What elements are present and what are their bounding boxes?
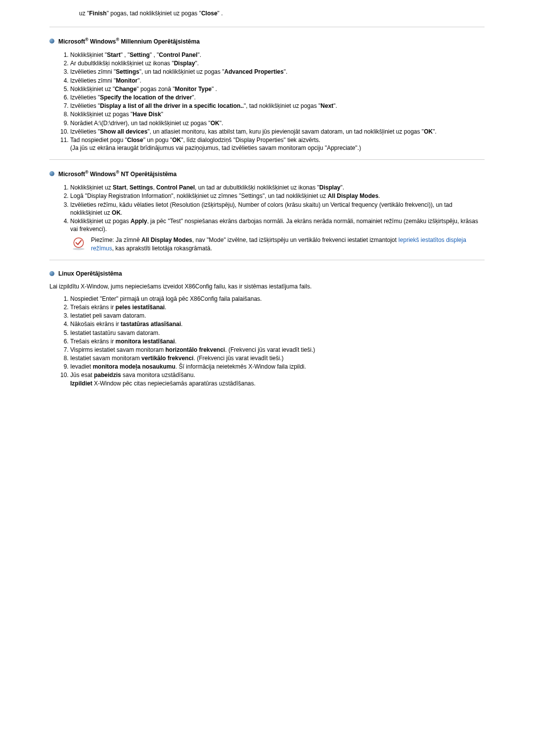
list-item: Iestatiet savam monitoram vertikālo frek… [70,354,485,362]
list-item: Trešais ekrāns ir peles iestatīšanai. [70,303,485,311]
list-item: Izvēlieties "Display a list of all the d… [70,102,485,110]
bullet-icon [49,271,54,276]
list-item: Norādiet A:\(D:\driver), un tad noklikšķ… [70,119,485,127]
bullet-icon [49,39,54,44]
list-item: Noklikšķiniet uz pogas Apply, ja pēc "Te… [70,217,485,233]
bullet-icon [49,171,54,176]
section-title: Microsoft® Windows® NT Operētājsistēma [58,170,177,178]
list-item: Tad nospiediet pogu "Close" un pogu "OK"… [70,136,485,152]
list-item: Noklikšķiniet uz "Change" pogas zonā "Mo… [70,85,485,93]
divider [49,27,485,27]
section-header-linux: Linux Operētājsistēma [49,270,485,277]
section-header-nt: Microsoft® Windows® NT Operētājsistēma [49,170,485,178]
list-item: Iestatiet tastatūru savam datoram. [70,329,485,337]
nt-list: Noklikšķiniet uz Start, Settings, Contro… [59,184,485,233]
divider [49,260,485,260]
section-title: Linux Operētājsistēma [58,270,122,277]
list-item: Izvēlieties "Show all devices", un atlas… [70,128,485,136]
list-item: Ar dubultklikšķi noklikšķiniet uz ikonas… [70,59,485,67]
check-note-icon [71,236,86,251]
list-item: Nospiediet "Enter" pirmajā un otrajā log… [70,295,485,303]
note-block: Piezīme: Ja zīmnē All Display Modes, nav… [71,236,485,252]
svg-point-0 [73,248,85,250]
list-item: Nākošais ekrāns ir tastatūras atlasīšana… [70,320,485,328]
section-title: Microsoft® Windows® Millennium Operētājs… [58,37,200,45]
section-header-millennium: Microsoft® Windows® Millennium Operētājs… [49,37,485,45]
list-item: Izvēlieties "Specify the location of the… [70,94,485,101]
list-item: Jūs esat pabeidzis sava monitora uzstādī… [70,371,485,387]
list-item: Logā "Display Registration Information",… [70,192,485,200]
note-text: Piezīme: Ja zīmnē All Display Modes, nav… [91,236,485,252]
list-item: Trešais ekrāns ir monitora iestatīšanai. [70,337,485,345]
list-item: Noklikšķiniet "Start" , "Setting" , "Con… [70,51,485,59]
millennium-list: Noklikšķiniet "Start" , "Setting" , "Con… [59,51,485,152]
linux-intro-paragraph: Lai izpildītu X-Window, jums nepieciešam… [49,283,485,290]
list-item: Izvēlieties režīmu, kādu vēlaties lietot… [70,201,485,217]
list-item: Noklikšķiniet uz Start, Settings, Contro… [70,184,485,191]
svg-point-1 [74,238,84,248]
list-item: Noklikšķiniet uz pogas "Have Disk" [70,110,485,118]
linux-list: Nospiediet "Enter" pirmajā un otrajā log… [59,295,485,387]
list-item: Iestatiet peli savam datoram. [70,312,485,320]
intro-text: uz "Finish" pogas, tad noklikšķiniet uz … [79,10,485,17]
list-item: Izvēlieties zīmni "Monitor". [70,77,485,85]
list-item: Vispirms iestatiet savam monitoram horiz… [70,346,485,354]
list-item: Izvēlieties zīmni "Settings", un tad nok… [70,68,485,76]
list-item: Ievadiet monitora modeļa nosaukumu. Šī i… [70,363,485,371]
divider [49,159,485,160]
